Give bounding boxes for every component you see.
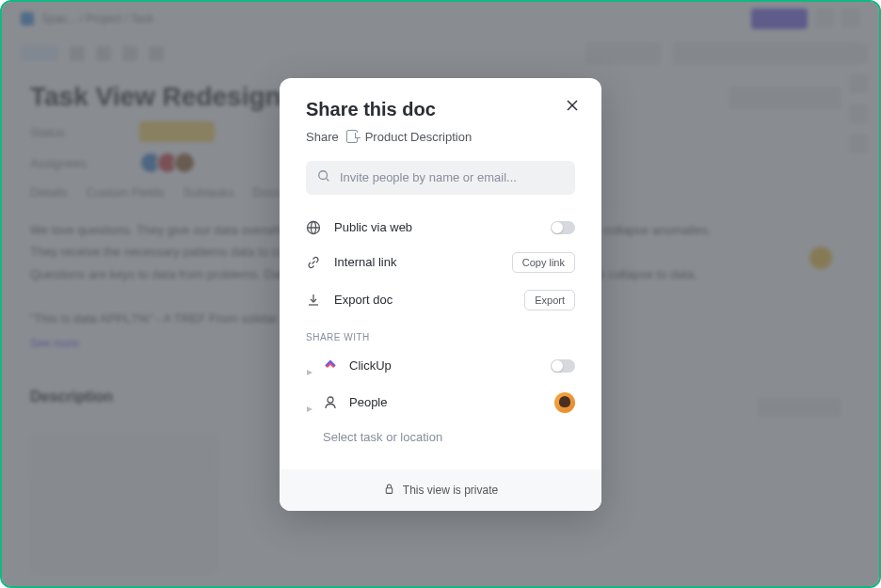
export-button[interactable]: Export: [524, 290, 575, 310]
privacy-text: This view is private: [403, 484, 498, 497]
export-doc-label: Export doc: [334, 293, 511, 307]
caret-icon[interactable]: [306, 400, 312, 405]
modal-footer: This view is private: [280, 469, 601, 511]
share-label: Share: [306, 130, 339, 144]
lock-icon: [383, 483, 395, 498]
svg-point-11: [328, 397, 333, 403]
clickup-label[interactable]: ClickUp: [349, 358, 539, 373]
clickup-logo-icon: [323, 357, 338, 375]
internal-link-label: Internal link: [334, 255, 499, 269]
download-icon: [306, 293, 321, 308]
svg-line-3: [327, 178, 329, 181]
person-icon: [323, 395, 338, 410]
doc-name: Product Description: [365, 130, 472, 144]
clickup-toggle[interactable]: [551, 359, 575, 373]
svg-marker-10: [307, 406, 312, 412]
caret-icon[interactable]: [306, 363, 312, 369]
svg-rect-12: [386, 487, 392, 493]
share-with-heading: SHARE WITH: [306, 332, 575, 342]
copy-link-button[interactable]: Copy link: [512, 252, 575, 273]
doc-icon: [346, 130, 358, 143]
close-button[interactable]: [566, 99, 579, 116]
people-label[interactable]: People: [349, 395, 543, 409]
modal-overlay[interactable]: Share this doc Share Product Description: [2, 2, 879, 586]
svg-point-2: [319, 170, 328, 179]
share-modal: Share this doc Share Product Description: [280, 78, 601, 511]
public-toggle[interactable]: [551, 221, 575, 234]
search-icon: [317, 169, 330, 186]
person-avatar[interactable]: [554, 392, 575, 413]
modal-title: Share this doc: [306, 99, 575, 120]
select-task-label[interactable]: Select task or location: [323, 430, 575, 444]
invite-input[interactable]: [340, 170, 564, 184]
link-icon: [306, 255, 321, 270]
svg-marker-9: [307, 370, 312, 375]
invite-search[interactable]: [306, 161, 575, 195]
globe-icon: [306, 220, 321, 235]
public-web-label: Public via web: [334, 220, 537, 234]
